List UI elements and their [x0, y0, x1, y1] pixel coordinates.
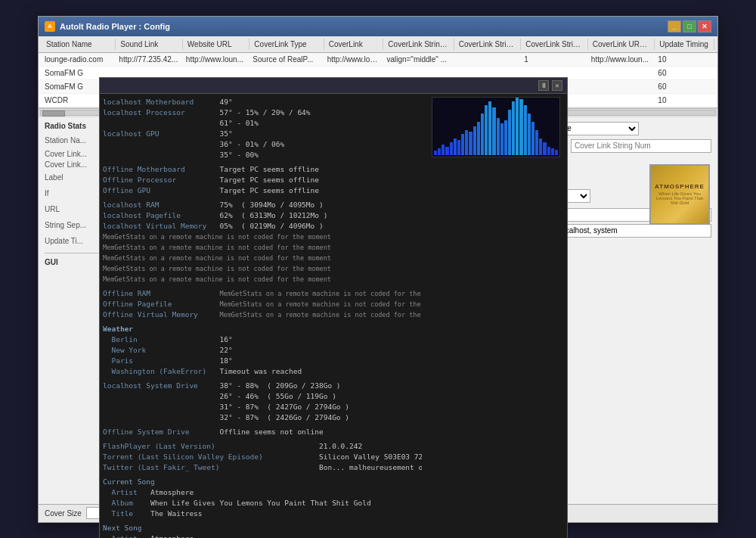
chart-bar [445, 147, 448, 155]
col-cls3[interactable]: CoverLink String... [521, 39, 588, 50]
chart-bar [492, 107, 495, 155]
chart-bar [516, 98, 519, 155]
stats-pagefile: localhost Pagefile 62% ( 6313Mo / 10212M… [103, 210, 422, 221]
stats-off-pf: Offline Pagefile MemGetStats on a remote… [103, 299, 422, 309]
stats-berlin: Berlin 16° [103, 334, 422, 345]
stats-drive2: 26° - 46% ( 55Go / 119Go ) [103, 391, 422, 402]
stats-newyork: New York 22° [103, 345, 422, 356]
label-field-label: Label [45, 173, 98, 182]
chart-bar [555, 150, 558, 155]
col-station-name[interactable]: Station Name [42, 39, 116, 50]
chart-bar [454, 138, 457, 155]
album-subtitle: When Life Gives You Lemons You Paint Tha… [651, 191, 708, 205]
stats-hw-mb: localhost Motherboard 49° [103, 97, 422, 107]
stats-twitter: Twitter (Last Fakir_ Tweet) Bon... malhe… [103, 462, 422, 473]
cell-timing: 10 [655, 96, 714, 104]
cell-website: http://www.loun... [183, 55, 250, 64]
chart-bar [551, 148, 554, 155]
stats-hw-cpu2: 61° - 01% [103, 118, 422, 129]
parameters-input[interactable] [556, 224, 711, 238]
stats-hw-cpu: localhost Processor 57° - 15% / 20% / 64… [103, 107, 422, 118]
cell-cl-url: http://www.loun... [588, 55, 655, 64]
column-header-row: Station Name Sound Link Website URL Cove… [39, 36, 717, 53]
chart-bar [508, 110, 511, 155]
stats-body: localhost Motherboard 49° localhost Proc… [100, 94, 567, 539]
col-cls1[interactable]: CoverLink String... [383, 39, 454, 50]
chart-bar [481, 114, 484, 154]
title-bar-buttons: _ □ ✕ [668, 20, 711, 33]
col-update-timing[interactable]: Update Timing [655, 39, 714, 50]
col-cls2[interactable]: CoverLink String... [454, 39, 522, 50]
stats-vmem: localhost Virtual Memory 05% ( 0219Mo / … [103, 221, 422, 232]
col-sound-link[interactable]: Sound Link [116, 39, 183, 50]
col-cl-url[interactable]: CoverLink URL... [588, 39, 655, 50]
stats-close-button[interactable]: ✕ [552, 80, 562, 91]
stats-off-gpu: Offline GPU Target PC seems offline [103, 185, 422, 196]
chart-bar [497, 118, 500, 155]
chart-bar [512, 101, 515, 155]
stats-ram: localhost RAM 75% ( 3094Mo / 4095Mo ) [103, 200, 422, 210]
stats-off-drive: Offline System Drive Offline seems not o… [103, 427, 422, 437]
chart-bar [535, 130, 538, 155]
main-window: A AutoIt Radio Player : Config _ □ ✕ Sta… [38, 16, 718, 523]
stats-title-field: Title The Waitress [103, 508, 422, 519]
cell-station: lounge-radio.com [42, 55, 116, 64]
cover-size-label: Cover Size [45, 509, 82, 518]
table-row[interactable]: lounge-radio.com http://77.235.42... htt… [39, 53, 717, 67]
stats-flashplayer: FlashPlayer (Last Version) 21.0.0.242 [103, 441, 422, 452]
link-string-number-input[interactable] [571, 139, 711, 153]
stats-artist: Artist Atmosphere [103, 487, 422, 498]
chart-bar [488, 101, 491, 155]
stats-hw-gpu: localhost GPU 35° [103, 129, 422, 139]
chart-bar [543, 142, 546, 154]
chart-bar [547, 147, 550, 155]
chart-bar [450, 142, 453, 154]
cell-timing: 60 [655, 69, 714, 77]
chart-bar [457, 140, 460, 155]
chart-bar [473, 126, 476, 155]
cell-timing: 60 [655, 82, 714, 91]
stats-next-song-header: Next Song [103, 523, 422, 533]
stats-next-artist: Artist Atmosphere [103, 533, 422, 539]
stats-washington: Washington (FakeError) Timeout was reach… [103, 366, 422, 377]
chart-bar [469, 132, 472, 154]
col-website-url[interactable]: Website URL [183, 39, 250, 50]
stats-pause-button[interactable]: ⏸ [538, 80, 549, 91]
cell-station: SomaFM G [42, 69, 116, 77]
chart-bar [519, 99, 522, 155]
minimize-button[interactable]: _ [668, 20, 681, 33]
stats-right [428, 97, 564, 539]
station-name-field-label: Station Na... [45, 136, 98, 145]
stats-drive4: 32° - 87% ( 2426Go / 2794Go ) [103, 412, 422, 423]
album-art: ATMOSPHERE When Life Gives You Lemons Yo… [649, 164, 710, 225]
close-button[interactable]: ✕ [698, 20, 711, 33]
chart-bar [504, 120, 507, 155]
stats-drive3: 31° - 87% ( 2427Go / 2794Go ) [103, 402, 422, 412]
stats-mem-remote5: MemGetStats on a remote machine is not c… [103, 274, 422, 285]
cell-cls3: 1 [521, 55, 588, 64]
scroll-thumb[interactable] [42, 110, 65, 117]
string-sep-label: String Sep... [45, 221, 98, 229]
chart-bar [461, 134, 464, 154]
stats-hw-gpu2: 36° - 01% / 06% [103, 139, 422, 150]
cpu-chart [432, 97, 560, 157]
chart-bar [477, 122, 480, 154]
stats-mem-remote3: MemGetStats on a remote machine is not c… [103, 253, 422, 263]
stats-off-mb: Offline Motherboard Target PC seems offl… [103, 164, 422, 175]
stats-off-cpu: Offline Processor Target PC seems offlin… [103, 175, 422, 185]
maximize-button[interactable]: □ [683, 20, 696, 33]
col-coverlink[interactable]: CoverLink [324, 39, 384, 50]
cell-sound: http://77.235.42... [116, 55, 183, 64]
window-title: AutoIt Radio Player : Config [60, 22, 170, 31]
chart-bar [524, 105, 527, 154]
col-coverlink-type[interactable]: CoverLink Type [249, 39, 324, 50]
cell-cl-type: Source of RealP... [249, 55, 324, 64]
chart-bar [465, 130, 468, 155]
stats-title-bar: ⏸ ✕ [100, 78, 567, 94]
stats-weather-header: Weather [103, 324, 422, 334]
stats-off-vm: Offline Virtual Memory MemGetStats on a … [103, 309, 422, 320]
chart-bar [442, 145, 445, 154]
chart-bar [438, 148, 441, 155]
stats-drive1: localhost System Drive 38° - 88% ( 209Go… [103, 381, 422, 391]
title-bar-left: A AutoIt Radio Player : Config [45, 21, 170, 32]
